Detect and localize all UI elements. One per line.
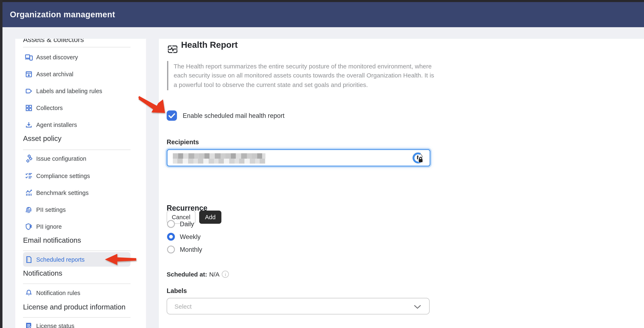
radio-circle-selected-icon [167, 233, 175, 241]
sidebar-item-label: Compliance settings [36, 173, 90, 179]
health-report-title: Health Report [181, 40, 238, 50]
bell-icon [25, 289, 33, 297]
sidebar-item-label: PII settings [36, 207, 66, 213]
sidebar-item-issue-configuration[interactable]: Issue configuration [23, 152, 86, 165]
sidebar-item-asset-discovery[interactable]: Asset discovery [23, 51, 78, 63]
sidebar-item-benchmark-settings[interactable]: Benchmark settings [23, 187, 89, 199]
label-tag-icon [25, 87, 33, 95]
sidebar-item-pii-ignore[interactable]: PII ignore [23, 220, 62, 233]
labels-select[interactable]: Select [167, 298, 430, 314]
window-chrome-top [0, 0, 644, 2]
sidebar-item-labels-rules[interactable]: Labels and labeling rules [23, 85, 102, 97]
download-icon [25, 121, 33, 129]
redacted-email-value [173, 153, 266, 159]
fingerprint-icon [25, 206, 33, 214]
recipients-label: Recipients [167, 138, 199, 146]
scheduled-at-label: Scheduled at: [167, 271, 207, 278]
grid-icon [25, 104, 33, 112]
radio-monthly[interactable]: Monthly [167, 246, 202, 253]
enable-health-report-label: Enable scheduled mail health report [183, 112, 284, 119]
sidebar-item-label: Benchmark settings [36, 190, 89, 196]
sidebar-item-label: Collectors [36, 105, 63, 111]
enable-health-report-checkbox[interactable] [167, 110, 177, 121]
sidebar-item-scheduled-reports[interactable]: Scheduled reports [23, 252, 130, 267]
sidebar-item-label: Agent installers [36, 121, 77, 128]
license-document-icon [25, 322, 33, 328]
sidebar-item-label: Asset discovery [36, 54, 78, 61]
sidebar-section-email-notifications: Email notifications [23, 236, 81, 245]
divider [23, 47, 130, 47]
diamonds-icon [25, 154, 33, 163]
radio-label: Daily [180, 220, 194, 228]
organization-management-page: Organization management Assets & collect… [0, 0, 644, 328]
recurrence-title: Recurrence [167, 204, 208, 213]
sidebar-item-license-status[interactable]: License status [23, 320, 74, 328]
redacted-email-value [173, 159, 266, 163]
sidebar-section-license-info: License and product information [23, 303, 126, 311]
sidebar-item-collectors[interactable]: Collectors [23, 102, 63, 114]
sidebar-item-agent-installers[interactable]: Agent installers [23, 119, 77, 131]
page-title: Organization management [10, 10, 115, 19]
radio-label: Weekly [180, 233, 200, 240]
asset-archival-icon [25, 70, 33, 78]
chevron-down-icon [414, 305, 421, 309]
radio-label: Monthly [180, 246, 202, 253]
radio-circle-icon [167, 246, 175, 253]
report-document-icon [25, 255, 33, 263]
divider [23, 149, 130, 150]
sidebar-item-label: Asset archival [36, 71, 74, 77]
divider [23, 317, 130, 318]
window-chrome-left [0, 0, 2, 328]
scheduled-at-row: Scheduled at: N/A i [167, 271, 229, 278]
radio-daily[interactable]: Daily [167, 220, 194, 228]
settings-sidebar: Assets & collectors Asset discovery Asse… [15, 39, 146, 328]
select-placeholder: Select [174, 303, 192, 310]
sidebar-item-label: PII ignore [36, 223, 62, 230]
password-manager-icon[interactable] [412, 152, 424, 164]
sidebar-item-compliance-settings[interactable]: Compliance settings [23, 170, 90, 182]
health-report-description: The Health report summarizes the entire … [167, 61, 437, 90]
sidebar-section-assets-collectors: Assets & collectors [23, 39, 84, 44]
shield-x-icon [25, 223, 33, 231]
scheduled-at-value: N/A [209, 271, 220, 278]
sidebar-item-label: Notification rules [36, 290, 80, 296]
divider [23, 283, 130, 284]
sidebar-item-label: Scheduled reports [36, 256, 84, 263]
sidebar-item-label: License status [36, 323, 74, 328]
sidebar-item-label: Issue configuration [36, 155, 86, 162]
sidebar-item-label: Labels and labeling rules [36, 88, 102, 94]
top-header-bar: Organization management [2, 2, 644, 27]
recipients-input[interactable] [167, 149, 430, 167]
labels-field-label: Labels [167, 287, 187, 295]
radio-weekly[interactable]: Weekly [167, 233, 200, 241]
info-icon[interactable]: i [222, 271, 229, 278]
health-report-icon [168, 44, 178, 54]
chart-icon [25, 189, 33, 197]
sidebar-item-notification-rules[interactable]: Notification rules [23, 287, 80, 299]
checkmark-icon [167, 110, 177, 121]
health-report-panel: Health Report The Health report summariz… [159, 39, 644, 328]
sidebar-section-asset-policy: Asset policy [23, 134, 62, 143]
divider [23, 251, 130, 251]
sidebar-section-notifications: Notifications [23, 269, 62, 278]
sidebar-item-asset-archival[interactable]: Asset archival [23, 68, 74, 80]
radio-circle-icon [167, 220, 175, 228]
checklist-icon [25, 172, 33, 180]
asset-discovery-icon [25, 53, 33, 61]
sidebar-item-pii-settings[interactable]: PII settings [23, 204, 66, 216]
